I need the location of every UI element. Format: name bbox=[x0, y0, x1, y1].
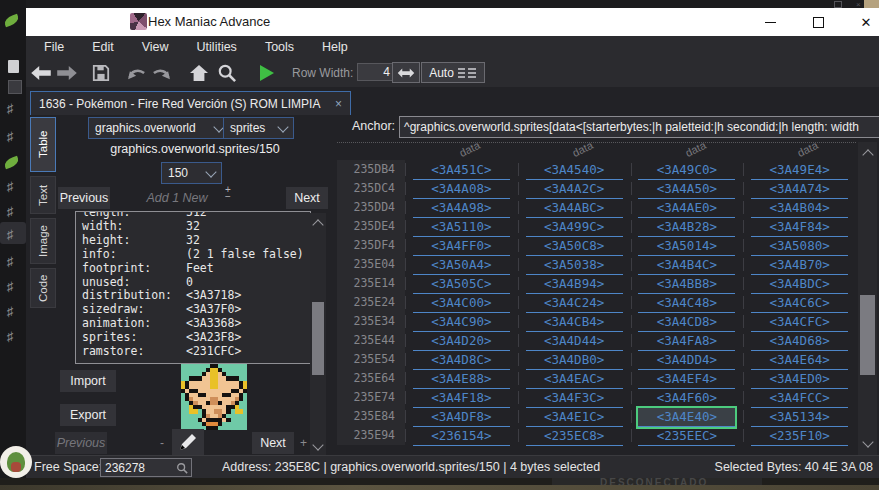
scroll-down-icon[interactable] bbox=[862, 436, 873, 447]
hex-scrollbar[interactable] bbox=[858, 142, 877, 455]
pointer-cell[interactable]: <3A505C> bbox=[405, 274, 518, 293]
panel-scrollbar-thumb[interactable] bbox=[312, 302, 324, 375]
search-icon[interactable] bbox=[176, 462, 188, 474]
pointer-cell[interactable]: <3A4B4C> bbox=[631, 255, 744, 274]
side-tab-image[interactable]: Image bbox=[30, 218, 56, 264]
pointer-cell[interactable]: <3A4F3C> bbox=[518, 388, 631, 407]
save-button[interactable] bbox=[88, 60, 114, 86]
menu-file[interactable]: File bbox=[30, 36, 78, 59]
field-value[interactable]: 32 bbox=[186, 234, 200, 248]
import-button[interactable]: Import bbox=[60, 370, 116, 392]
maximize-button[interactable] bbox=[803, 12, 833, 32]
pointer-cell[interactable]: <3A5014> bbox=[631, 236, 744, 255]
pointer-cell[interactable]: <3A4C24> bbox=[518, 293, 631, 312]
pointer-cell[interactable]: <3A4EF4> bbox=[631, 369, 744, 388]
minimize-button[interactable] bbox=[755, 12, 785, 32]
pointer-cell[interactable]: <3A4A74> bbox=[743, 179, 856, 198]
anchor-input[interactable]: ^graphics.overworld.sprites[data<[starte… bbox=[399, 116, 879, 138]
pointer-cell[interactable]: <3A4A2C> bbox=[518, 179, 631, 198]
add-new-spinner[interactable]: +− bbox=[222, 186, 234, 200]
auto-button[interactable]: Auto bbox=[421, 62, 485, 83]
edit-pencil-button[interactable] bbox=[172, 429, 204, 455]
pointer-cell[interactable]: <3A4A98> bbox=[405, 198, 518, 217]
index-dropdown[interactable]: 150 bbox=[161, 162, 222, 184]
pointer-cell[interactable]: <3A4540> bbox=[518, 160, 631, 179]
scroll-up-icon[interactable] bbox=[312, 219, 323, 230]
pointer-cell[interactable]: <236154> bbox=[405, 426, 518, 445]
pointer-cell[interactable]: <3A4E1C> bbox=[518, 407, 631, 426]
pointer-cell[interactable]: <3A5080> bbox=[743, 236, 856, 255]
pointer-cell[interactable]: <3A4B70> bbox=[743, 255, 856, 274]
pointer-cell[interactable]: <3A4DF8> bbox=[405, 407, 518, 426]
pointer-cell[interactable]: <3A4DB0> bbox=[518, 350, 631, 369]
field-value[interactable]: <231CFC> bbox=[186, 345, 241, 359]
side-tab-table[interactable]: Table bbox=[30, 117, 56, 172]
side-tab-code[interactable]: Code bbox=[30, 268, 56, 308]
pointer-cell[interactable]: <3A5134> bbox=[743, 407, 856, 426]
free-space-input[interactable]: 236278 bbox=[101, 461, 176, 475]
export-button[interactable]: Export bbox=[60, 404, 116, 426]
rom-tab[interactable]: 1636 - Pokémon - Fire Red Verción (S) RO… bbox=[30, 91, 351, 115]
pointer-cell[interactable]: <3A4B04> bbox=[743, 198, 856, 217]
menu-view[interactable]: View bbox=[128, 36, 183, 59]
pointer-cell[interactable]: <3A4E40> bbox=[631, 407, 744, 426]
pointer-cell[interactable]: <3A4A50> bbox=[631, 179, 744, 198]
pointer-cell[interactable]: <3A4B94> bbox=[518, 274, 631, 293]
pointer-cell[interactable]: <3A4CB4> bbox=[518, 312, 631, 331]
side-tab-text[interactable]: Text bbox=[30, 176, 56, 214]
pointer-cell[interactable]: <3A4F60> bbox=[631, 388, 744, 407]
forward-button[interactable] bbox=[54, 60, 80, 86]
pointer-cell[interactable]: <3A4D68> bbox=[743, 331, 856, 350]
menu-tools[interactable]: Tools bbox=[251, 36, 308, 59]
search-button[interactable] bbox=[214, 60, 240, 86]
pointer-cell[interactable]: <3A4D44> bbox=[518, 331, 631, 350]
field-value[interactable]: Feet bbox=[186, 262, 214, 276]
run-button[interactable] bbox=[254, 60, 280, 86]
nav-next-button[interactable]: Next bbox=[252, 432, 294, 454]
field-value[interactable]: <3A3368> bbox=[186, 317, 241, 331]
pointer-cell[interactable]: <3A4ED0> bbox=[743, 369, 856, 388]
pointer-cell[interactable]: <3A499C> bbox=[518, 217, 631, 236]
field-value[interactable]: 32 bbox=[186, 220, 200, 234]
redo-button[interactable] bbox=[148, 60, 174, 86]
pointer-cell[interactable]: <3A4AE0> bbox=[631, 198, 744, 217]
field-value[interactable]: <3A3718> bbox=[186, 289, 241, 303]
pointer-cell[interactable]: <3A4FA8> bbox=[631, 331, 744, 350]
pointer-cell[interactable]: <3A4C90> bbox=[405, 312, 518, 331]
pointer-cell[interactable]: <3A49C0> bbox=[631, 160, 744, 179]
menu-help[interactable]: Help bbox=[308, 36, 362, 59]
close-button[interactable]: ✕ bbox=[851, 12, 879, 32]
pointer-cell[interactable]: <3A4CFC> bbox=[743, 312, 856, 331]
pointer-cell[interactable]: <3A4C48> bbox=[631, 293, 744, 312]
menu-utilities[interactable]: Utilities bbox=[183, 36, 251, 59]
pointer-cell[interactable]: <3A5110> bbox=[405, 217, 518, 236]
table-dropdown[interactable]: sprites bbox=[223, 117, 294, 139]
previous-button[interactable]: Previous bbox=[58, 187, 110, 209]
pointer-cell[interactable]: <3A49E4> bbox=[743, 160, 856, 179]
pointer-cell[interactable]: <3A4C6C> bbox=[743, 293, 856, 312]
pointer-cell[interactable]: <3A50A4> bbox=[405, 255, 518, 274]
pointer-cell[interactable]: <3A4E64> bbox=[743, 350, 856, 369]
scroll-down-icon[interactable] bbox=[312, 439, 323, 450]
pointer-cell[interactable]: <3A4BDC> bbox=[743, 274, 856, 293]
home-button[interactable] bbox=[186, 60, 212, 86]
pointer-cell[interactable]: <3A4CD8> bbox=[631, 312, 744, 331]
pointer-cell[interactable]: <3A4EAC> bbox=[518, 369, 631, 388]
decrement-label[interactable]: - bbox=[160, 436, 164, 450]
pointer-cell[interactable]: <3A4ABC> bbox=[518, 198, 631, 217]
pointer-cell[interactable]: <3A4C00> bbox=[405, 293, 518, 312]
field-value[interactable]: (2 1 false false) bbox=[186, 248, 304, 262]
taskbar-avatar[interactable] bbox=[0, 446, 32, 478]
field-value[interactable]: <3A37F0> bbox=[186, 303, 241, 317]
rom-tab-close-icon[interactable]: × bbox=[335, 97, 342, 111]
pointer-cell[interactable]: <3A4BB8> bbox=[631, 274, 744, 293]
pointer-cell[interactable]: <3A4B28> bbox=[631, 217, 744, 236]
scroll-up-icon[interactable] bbox=[862, 149, 873, 160]
undo-button[interactable] bbox=[124, 60, 150, 86]
pointer-cell[interactable]: <235F10> bbox=[743, 426, 856, 445]
pointer-cell[interactable]: <3A5038> bbox=[518, 255, 631, 274]
namespace-dropdown[interactable]: graphics.overworld bbox=[88, 117, 230, 139]
field-value[interactable]: 0 bbox=[186, 276, 193, 290]
add-new-button[interactable]: Add 1 New bbox=[134, 187, 220, 209]
increment-label[interactable]: + bbox=[300, 436, 307, 450]
